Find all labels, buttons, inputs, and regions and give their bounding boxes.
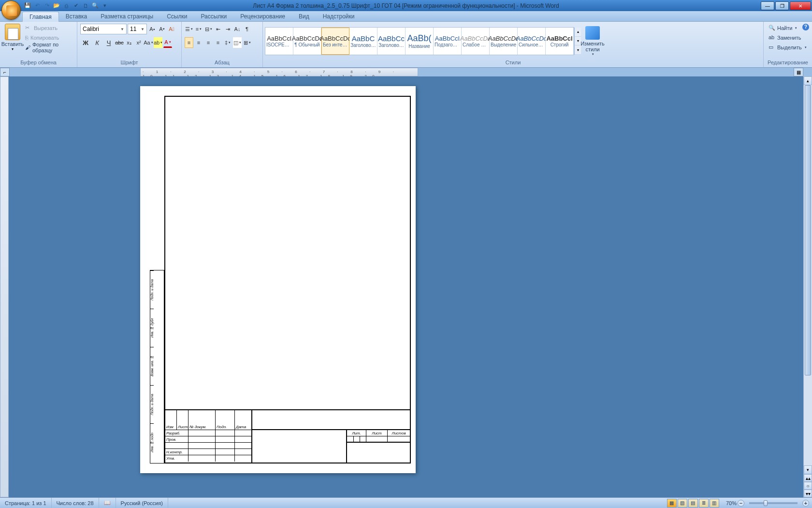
style-item[interactable]: AaBbCclISOCPEUR… xyxy=(265,28,293,55)
status-language[interactable]: Русский (Россия) xyxy=(116,498,168,508)
align-center-button[interactable]: ≡ xyxy=(194,37,203,48)
line-spacing-button[interactable]: ‡▾ xyxy=(223,37,232,48)
new-icon[interactable]: 🗋 xyxy=(81,1,90,10)
highlight-button[interactable]: ab▾ xyxy=(154,37,162,48)
show-marks-button[interactable]: ¶ xyxy=(243,24,251,34)
shading-button[interactable]: ◫▾ xyxy=(233,37,242,48)
bold-button[interactable]: Ж xyxy=(80,37,91,48)
prev-page-button[interactable]: ▴▴ xyxy=(804,474,812,482)
next-page-button[interactable]: ▾▾ xyxy=(804,490,812,497)
tab-home[interactable]: Главная xyxy=(22,12,59,22)
replace-button[interactable]: abЗаменить xyxy=(767,33,809,42)
web-layout-view-button[interactable]: ▤ xyxy=(688,499,698,508)
tab-mailings[interactable]: Рассылки xyxy=(194,12,233,21)
style-item[interactable]: AaBbCcDcВыделение xyxy=(490,28,518,55)
style-item[interactable]: AaBbCЗаголово… xyxy=(349,28,377,55)
style-item[interactable]: AaBbCcIПодзагол… xyxy=(434,28,462,55)
print-layout-view-button[interactable]: ▦ xyxy=(667,499,677,508)
style-item[interactable]: AaBbCcDc¶ Обычный xyxy=(293,28,321,55)
outdent-button[interactable]: ⇤ xyxy=(214,24,222,34)
redo-icon[interactable]: ↷ xyxy=(43,1,51,10)
style-item[interactable]: AaBbCcDcСлабое в… xyxy=(462,28,490,55)
style-item[interactable]: AaBbCcЗаголово… xyxy=(377,28,406,55)
format-painter-button[interactable]: 🖌Формат по образцу xyxy=(25,43,73,52)
tab-page-layout[interactable]: Разметка страницы xyxy=(94,12,160,21)
vertical-ruler[interactable] xyxy=(0,76,9,497)
tab-insert[interactable]: Вставка xyxy=(59,12,94,21)
undo-icon[interactable]: ↶ xyxy=(33,1,42,10)
zoom-slider[interactable] xyxy=(749,502,798,504)
zoom-in-button[interactable]: + xyxy=(802,500,809,507)
open-icon[interactable]: 📂 xyxy=(52,1,61,10)
sort-button[interactable]: A↓ xyxy=(233,24,242,34)
status-words[interactable]: Число слов: 28 xyxy=(52,498,99,508)
quick-print-icon[interactable]: ⎙ xyxy=(62,1,71,10)
justify-button[interactable]: ≡ xyxy=(214,37,222,48)
tab-view[interactable]: Вид xyxy=(292,12,316,21)
indent-button[interactable]: ⇥ xyxy=(223,24,232,34)
office-button[interactable] xyxy=(1,0,21,20)
grow-font-button[interactable]: A▴ xyxy=(148,24,157,34)
save-icon[interactable]: 💾 xyxy=(23,1,32,10)
superscript-button[interactable]: x² xyxy=(134,37,143,48)
align-left-button[interactable]: ≡ xyxy=(185,37,193,48)
gallery-more-button[interactable]: ▾ xyxy=(575,45,581,55)
scroll-track[interactable] xyxy=(804,85,812,465)
style-item[interactable]: AaBbCcDcБез интер… xyxy=(321,28,349,55)
subscript-button[interactable]: x₂ xyxy=(125,37,133,48)
style-item[interactable]: AaBb(Название xyxy=(406,28,434,55)
tab-references[interactable]: Ссылки xyxy=(160,12,194,21)
cut-button[interactable]: ✂Вырезать xyxy=(25,24,73,32)
help-icon[interactable]: ? xyxy=(802,24,809,30)
qat-more-icon[interactable]: ▾ xyxy=(101,1,109,10)
style-item[interactable]: AaBbCclСтрогий xyxy=(546,28,574,55)
full-reading-view-button[interactable]: ▧ xyxy=(678,499,687,508)
underline-button[interactable]: Ч xyxy=(103,37,114,48)
browse-object-button[interactable]: ○ xyxy=(804,482,812,490)
scroll-thumb[interactable] xyxy=(805,85,811,375)
italic-button[interactable]: К xyxy=(92,37,102,48)
font-size-combo[interactable]: 11▼ xyxy=(128,24,147,34)
change-styles-button[interactable]: Изменить стили▾ xyxy=(581,25,604,57)
status-proofing[interactable]: 📖 xyxy=(99,498,116,508)
clear-format-button[interactable]: A⃥ xyxy=(167,24,176,34)
zoom-out-button[interactable]: − xyxy=(738,500,744,507)
tab-selector[interactable]: ⌐ xyxy=(0,68,10,76)
gallery-up-button[interactable]: ▴ xyxy=(575,28,581,37)
minimize-button[interactable]: — xyxy=(761,1,774,10)
spelling-icon[interactable]: ✔ xyxy=(72,1,80,10)
gallery-down-button[interactable]: ▾ xyxy=(575,37,581,46)
tab-addins[interactable]: Надстройки xyxy=(316,12,362,21)
copy-button[interactable]: ⎘Копировать xyxy=(25,33,73,42)
draft-view-button[interactable]: ▥ xyxy=(710,499,719,508)
strike-button[interactable]: abc xyxy=(115,37,124,48)
tab-review[interactable]: Рецензирование xyxy=(233,12,292,21)
horizontal-ruler[interactable]: · 1 · 2 · 3 · 4 · 5 · 6 · 7 · 8 · 9 · 10… xyxy=(140,68,418,76)
close-button[interactable]: ✕ xyxy=(790,1,811,10)
paste-button[interactable]: Вставить ▾ xyxy=(2,23,23,52)
font-family-combo[interactable]: Calibri▼ xyxy=(80,24,127,34)
bullets-button[interactable]: ☰▾ xyxy=(185,24,193,34)
scroll-up-button[interactable]: ▴ xyxy=(804,76,812,85)
borders-button[interactable]: ⊞▾ xyxy=(243,37,251,48)
scroll-down-button[interactable]: ▾ xyxy=(804,465,812,474)
multilevel-button[interactable]: ⊟▾ xyxy=(204,24,213,34)
shrink-font-button[interactable]: A▾ xyxy=(158,24,166,34)
select-button[interactable]: ▭Выделить▾ xyxy=(767,43,809,52)
style-preview: AaBb( xyxy=(407,33,431,44)
zoom-slider-thumb[interactable] xyxy=(764,500,768,506)
align-right-button[interactable]: ≡ xyxy=(204,37,213,48)
change-case-button[interactable]: Aa▾ xyxy=(144,37,153,48)
font-color-button[interactable]: A▾ xyxy=(163,37,172,48)
preview-icon[interactable]: 🔍 xyxy=(91,1,100,10)
maximize-button[interactable]: ❐ xyxy=(775,1,789,10)
ruler-toggle-button[interactable]: ▦ xyxy=(794,68,803,76)
numbering-button[interactable]: ≡▾ xyxy=(194,24,203,34)
page[interactable]: Подп. и датаИнв. № дублВзам. инв. №Подп.… xyxy=(140,86,416,473)
status-page[interactable]: Страница: 1 из 1 xyxy=(0,498,52,508)
vertical-scrollbar[interactable]: ▴ ▾ ▴▴ ○ ▾▾ xyxy=(803,76,812,497)
zoom-level[interactable]: 70% xyxy=(726,500,737,506)
style-item[interactable]: AaBbCcDcСильное … xyxy=(518,28,546,55)
document-scroll[interactable]: Подп. и датаИнв. № дублВзам. инв. №Подп.… xyxy=(9,76,803,497)
outline-view-button[interactable]: ≣ xyxy=(699,499,709,508)
